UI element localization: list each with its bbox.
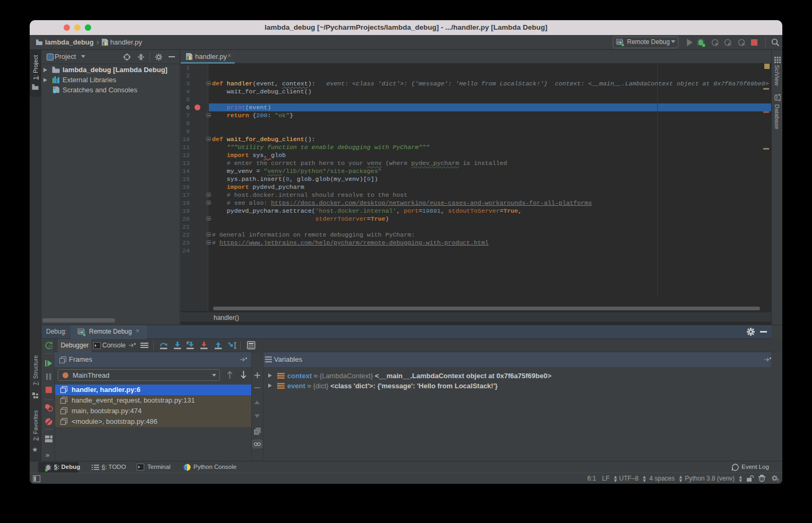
svg-text:?: ? <box>776 478 779 483</box>
